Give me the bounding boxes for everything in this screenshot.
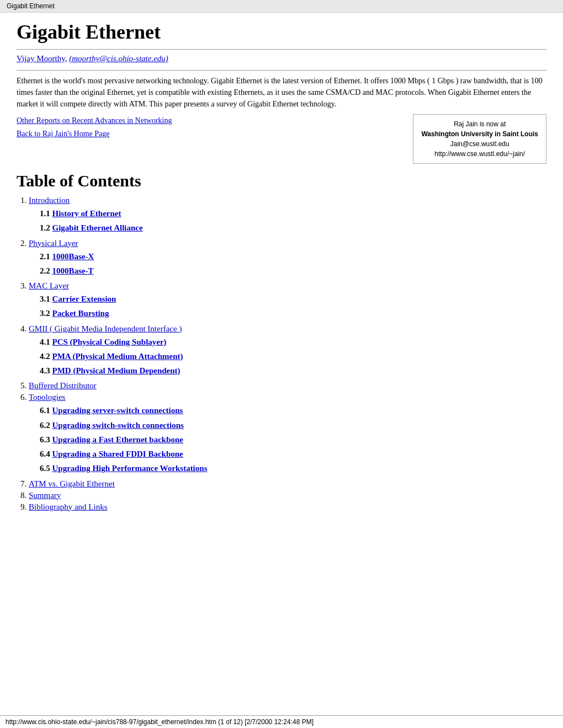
toc-link-7[interactable]: ATM vs. Gigabit Ethernet: [29, 479, 115, 488]
sub-num-label: 2.2: [40, 266, 52, 275]
raj-line3: Jain@cse.wustl.edu: [421, 139, 538, 149]
toc-sublink-4-2[interactable]: PMA (Physical Medium Attachment): [52, 352, 183, 361]
toc-title: Table of Contents: [17, 172, 546, 190]
author-name-link[interactable]: Vijay Moorthy,: [17, 54, 67, 63]
sub-num-label: 4.2: [40, 352, 52, 361]
toc-item-2: Physical Layer2.1 1000Base-X2.2 1000Base…: [29, 239, 546, 279]
toc-link-8[interactable]: Summary: [29, 491, 61, 500]
toc-subitem-6-2: 6.2 Upgrading switch-switch connections: [40, 418, 546, 432]
raj-line2: Washington University in Saint Louis: [421, 129, 538, 139]
other-reports-link[interactable]: Other Reports on Recent Advances in Netw…: [17, 114, 402, 127]
toc-item-6: Topologies6.1 Upgrading server-switch co…: [29, 393, 546, 475]
toc-sublist-6: 6.1 Upgrading server-switch connections6…: [40, 403, 546, 475]
toc-sublist-1: 1.1 History of Ethernet1.2 Gigabit Ether…: [40, 206, 546, 235]
sub-num-label: 6.3: [40, 435, 52, 444]
toc-item-1: Introduction1.1 History of Ethernet1.2 G…: [29, 196, 546, 235]
toc-link-9[interactable]: Bibliography and Links: [29, 502, 108, 511]
page-title: Gigabit Ethernet: [17, 20, 546, 44]
toc-subitem-3-1: 3.1 Carrier Extension: [40, 292, 546, 306]
toc-item-5: Buffered Distributor: [29, 381, 546, 390]
toc-sublist-2: 2.1 1000Base-X2.2 1000Base-T: [40, 249, 546, 279]
toc-subitem-1-2: 1.2 Gigabit Ethernet Alliance: [40, 221, 546, 235]
toc-sublink-6-1[interactable]: Upgrading server-switch connections: [52, 406, 183, 415]
toc-sublink-3-2[interactable]: Packet Bursting: [52, 309, 109, 318]
toc-link-1[interactable]: Introduction: [29, 196, 70, 205]
links-box-row: Other Reports on Recent Advances in Netw…: [17, 114, 546, 164]
toc-subitem-4-2: 4.2 PMA (Physical Medium Attachment): [40, 349, 546, 363]
browser-tab: Gigabit Ethernet: [0, 0, 563, 13]
toc-subitem-4-3: 4.3 PMD (Physical Medium Dependent): [40, 363, 546, 378]
toc-subitem-4-1: 4.1 PCS (Physical Coding Sublayer): [40, 335, 546, 349]
author-email-link[interactable]: (moorthy@cis.ohio-state.edu): [69, 54, 168, 63]
toc-subitem-6-5: 6.5 Upgrading High Performance Workstati…: [40, 461, 546, 475]
sub-num-label: 2.1: [40, 252, 52, 261]
toc-subitem-2-1: 2.1 1000Base-X: [40, 249, 546, 264]
toc-item-3: MAC Layer3.1 Carrier Extension3.2 Packet…: [29, 281, 546, 321]
toc-sublink-1-1[interactable]: History of Ethernet: [52, 209, 121, 218]
toc-sublink-2-1[interactable]: 1000Base-X: [52, 252, 94, 261]
toc-subitem-6-1: 6.1 Upgrading server-switch connections: [40, 403, 546, 417]
toc-subitem-3-2: 3.2 Packet Bursting: [40, 306, 546, 320]
abstract-text: Ethernet is the world's most pervasive n…: [17, 75, 546, 110]
toc-item-7: ATM vs. Gigabit Ethernet: [29, 479, 546, 489]
toc-sublink-3-1[interactable]: Carrier Extension: [52, 295, 116, 303]
author-line: Vijay Moorthy, (moorthy@cis.ohio-state.e…: [17, 54, 546, 63]
toc-subitem-6-4: 6.4 Upgrading a Shared FDDI Backbone: [40, 447, 546, 461]
sub-num-label: 1.2: [40, 223, 52, 232]
toc-sublink-6-3[interactable]: Upgrading a Fast Ethernet backbone: [52, 435, 184, 444]
toc-sublink-2-2[interactable]: 1000Base-T: [52, 266, 94, 275]
toc-subitem-6-3: 6.3 Upgrading a Fast Ethernet backbone: [40, 432, 546, 447]
toc-link-6[interactable]: Topologies: [29, 393, 65, 402]
toc-subitem-1-1: 1.1 History of Ethernet: [40, 206, 546, 221]
toc-sublink-6-4[interactable]: Upgrading a Shared FDDI Backbone: [52, 449, 183, 458]
divider-1: [17, 49, 546, 50]
toc-sublink-6-5[interactable]: Upgrading High Performance Workstations: [52, 464, 208, 473]
toc-outer-list: Introduction1.1 History of Ethernet1.2 G…: [29, 196, 546, 512]
toc-sublist-3: 3.1 Carrier Extension3.2 Packet Bursting: [40, 292, 546, 321]
toc-item-9: Bibliography and Links: [29, 502, 546, 512]
toc-sublink-4-1[interactable]: PCS (Physical Coding Sublayer): [52, 338, 167, 346]
bottom-url: http://www.cis.ohio-state.edu/~jain/cis7…: [0, 715, 563, 728]
divider-2: [17, 70, 546, 71]
toc-link-4[interactable]: GMII ( Gigabit Media Independent Interfa…: [29, 324, 182, 333]
raj-box: Raj Jain is now at Washington University…: [413, 114, 546, 164]
toc-sublist-4: 4.1 PCS (Physical Coding Sublayer)4.2 PM…: [40, 335, 546, 378]
sub-num-label: 3.1: [40, 295, 52, 303]
browser-tab-text: Gigabit Ethernet: [7, 2, 55, 10]
sub-num-label: 1.1: [40, 209, 52, 218]
raj-line4: http://www.cse.wustl.edu/~jain/: [421, 149, 538, 159]
toc-sublink-6-2[interactable]: Upgrading switch-switch connections: [52, 421, 184, 430]
links-left: Other Reports on Recent Advances in Netw…: [17, 114, 402, 141]
back-to-raj-link[interactable]: Back to Raj Jain's Home Page: [17, 127, 402, 141]
sub-num-label: 6.1: [40, 406, 52, 415]
toc-link-2[interactable]: Physical Layer: [29, 239, 78, 248]
toc-link-5[interactable]: Buffered Distributor: [29, 381, 97, 390]
sub-num-label: 6.2: [40, 421, 52, 430]
main-content: Gigabit Ethernet Vijay Moorthy, (moorthy…: [0, 13, 563, 520]
raj-line1: Raj Jain is now at: [421, 119, 538, 129]
sub-num-label: 4.1: [40, 338, 52, 346]
toc-sublink-1-2[interactable]: Gigabit Ethernet Alliance: [52, 223, 143, 232]
toc-item-8: Summary: [29, 491, 546, 500]
sub-num-label: 3.2: [40, 309, 52, 318]
toc-link-3[interactable]: MAC Layer: [29, 281, 69, 290]
toc-subitem-2-2: 2.2 1000Base-T: [40, 264, 546, 278]
sub-num-label: 6.4: [40, 449, 52, 458]
sub-num-label: 6.5: [40, 464, 52, 473]
sub-num-label: 4.3: [40, 366, 52, 375]
toc-item-4: GMII ( Gigabit Media Independent Interfa…: [29, 324, 546, 378]
toc-sublink-4-3[interactable]: PMD (Physical Medium Dependent): [52, 366, 180, 375]
